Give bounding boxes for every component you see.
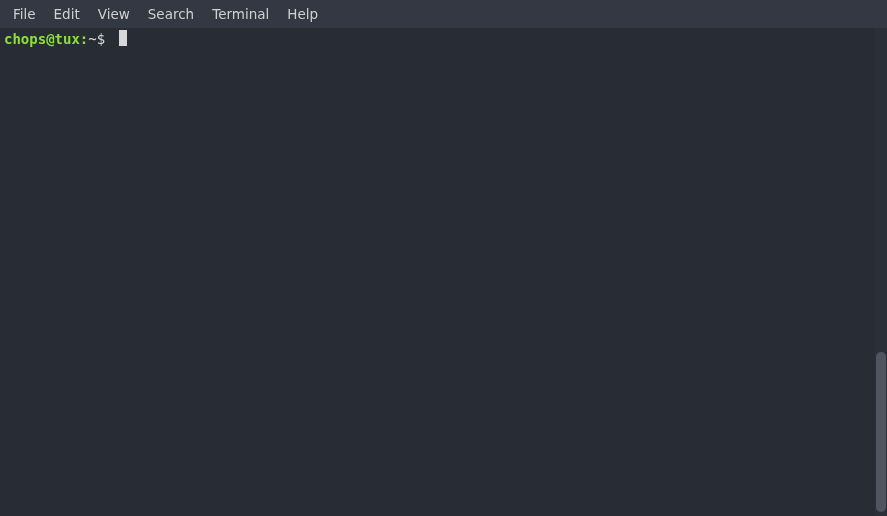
prompt-separator: :	[80, 30, 88, 48]
terminal-area[interactable]: chops@tux:~$	[0, 28, 875, 516]
menu-search[interactable]: Search	[139, 2, 203, 26]
menu-terminal[interactable]: Terminal	[203, 2, 278, 26]
menu-view[interactable]: View	[89, 2, 139, 26]
cursor-icon	[119, 30, 127, 46]
scrollbar-track[interactable]	[875, 28, 887, 516]
scrollbar-thumb[interactable]	[876, 352, 886, 512]
menu-file[interactable]: File	[4, 2, 45, 26]
prompt-user-host: chops@tux	[4, 30, 80, 48]
menu-help[interactable]: Help	[278, 2, 327, 26]
menu-edit[interactable]: Edit	[45, 2, 89, 26]
prompt-sigil: $	[97, 30, 114, 48]
prompt-path: ~	[88, 30, 96, 48]
menubar: File Edit View Search Terminal Help	[0, 0, 887, 28]
prompt-line: chops@tux:~$	[4, 30, 871, 48]
